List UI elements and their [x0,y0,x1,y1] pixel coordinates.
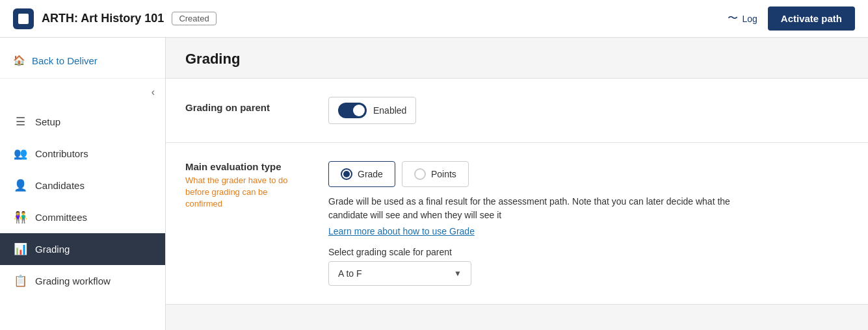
collapse-button[interactable]: ‹ [149,84,157,101]
page-title: Grading [185,51,848,68]
grading-scale-dropdown[interactable]: A to F ▼ [328,261,471,286]
learn-more-link[interactable]: Learn more about how to use Grade [328,226,848,236]
main-content: Grading Grading on parent Enabled [166,38,868,330]
grading-on-parent-row: Grading on parent Enabled [185,97,848,124]
committees-icon: 👫 [13,210,27,224]
toggle-thumb [353,105,365,116]
sidebar-item-label-grading: Grading [35,244,70,255]
log-label: Log [742,14,757,24]
status-badge: Created [172,12,216,25]
sidebar-item-label-candidates: Candidates [35,180,85,191]
sidebar-item-label-setup: Setup [35,116,60,127]
app-icon-inner [18,14,29,24]
radio-grade-label: Grade [358,169,383,179]
select-grading-label: Select grading scale for parent [328,247,848,257]
grading-toggle[interactable] [338,103,367,118]
candidates-icon: 👤 [13,179,27,192]
evaluation-sublabel: What the grader have to do before gradin… [185,175,302,210]
sidebar-item-grading[interactable]: 📊 Grading [0,233,165,265]
evaluation-label-block: Main evaluation type What the grader hav… [185,161,302,210]
log-button[interactable]: 〜 Log [728,12,757,25]
header-left: ARTH: Art History 101 Created [13,8,728,29]
sidebar-item-grading-workflow[interactable]: 📋 Grading workflow [0,265,165,297]
back-to-deliver-link[interactable]: 🏠 Back to Deliver [0,43,165,79]
sidebar-collapse: ‹ [0,79,165,106]
page-header: Grading [166,38,868,79]
app-icon [13,8,34,29]
radio-group: Grade Points [328,161,848,187]
evaluation-options-block: Grade Points Grade will be used as a fin… [328,161,848,286]
sidebar: 🏠 Back to Deliver ‹ ☰ Setup 👥 Contributo… [0,38,166,330]
contributors-icon: 👥 [13,147,27,160]
sidebar-item-contributors[interactable]: 👥 Contributors [0,138,165,170]
sidebar-item-committees[interactable]: 👫 Committees [0,201,165,233]
grading-on-parent-label: Grading on parent [185,97,302,113]
sidebar-item-label-committees: Committees [35,212,87,223]
radio-points-label: Points [431,169,456,179]
radio-grade[interactable]: Grade [328,161,395,187]
evaluation-section: Main evaluation type What the grader hav… [166,143,868,305]
grading-icon: 📊 [13,242,27,256]
log-icon: 〜 [728,12,738,25]
grading-on-parent-section: Grading on parent Enabled [166,79,868,143]
sidebar-item-setup[interactable]: ☰ Setup [0,106,165,138]
header-right: 〜 Log Activate path [728,6,855,31]
sidebar-item-label-contributors: Contributors [35,148,88,159]
radio-points[interactable]: Points [402,161,469,187]
top-header: ARTH: Art History 101 Created 〜 Log Acti… [0,0,868,38]
radio-circle-grade [341,168,352,180]
grading-scale-value: A to F [338,268,362,279]
chevron-down-icon: ▼ [454,269,462,278]
sidebar-item-label-grading-workflow: Grading workflow [35,275,111,286]
grading-workflow-icon: 📋 [13,274,27,288]
evaluation-info-text: Grade will be used as a final result for… [328,195,770,222]
radio-dot-grade [343,171,350,177]
toggle-container[interactable]: Enabled [328,97,416,124]
activate-path-button[interactable]: Activate path [768,6,855,31]
radio-circle-points [414,168,426,180]
toggle-label: Enabled [373,105,406,116]
evaluation-row: Main evaluation type What the grader hav… [185,161,848,286]
evaluation-type-label: Main evaluation type [185,161,302,172]
course-title: ARTH: Art History 101 [42,12,164,25]
sidebar-item-candidates[interactable]: 👤 Candidates [0,170,165,201]
back-label: Back to Deliver [32,55,98,66]
grading-on-parent-content: Enabled [328,97,848,124]
main-layout: 🏠 Back to Deliver ‹ ☰ Setup 👥 Contributo… [0,38,868,330]
home-icon: 🏠 [13,55,25,66]
setup-icon: ☰ [13,115,27,129]
